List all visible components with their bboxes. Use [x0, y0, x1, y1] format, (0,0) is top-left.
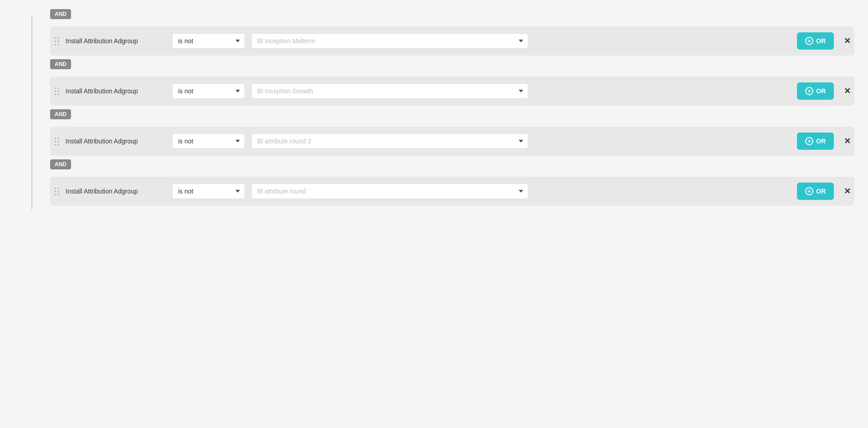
and-badge-2: AND — [50, 59, 71, 69]
or-button-1[interactable]: + OR — [797, 32, 834, 50]
block-right-4: AND Install Attribution Adgroup is not i… — [50, 159, 854, 209]
value-select-1[interactable]: Bl Inception Midterm — [251, 33, 528, 49]
and-badge-3: AND — [50, 109, 71, 119]
and-badge-4: AND — [50, 159, 71, 169]
field-label-1: Install Attribution Adgroup — [66, 37, 166, 45]
or-label-3: OR — [816, 138, 826, 145]
operator-select-1[interactable]: is not is contains — [172, 33, 245, 49]
block-left-2 — [14, 59, 50, 109]
filter-container: AND Install Attribution Adgroup is not i… — [14, 9, 854, 209]
filter-block-4: AND Install Attribution Adgroup is not i… — [14, 159, 854, 209]
drag-handle-2[interactable] — [55, 87, 59, 95]
value-select-4[interactable]: Bl attribute round — [251, 183, 528, 199]
rule-card-2: Install Attribution Adgroup is not is co… — [50, 76, 854, 106]
or-button-3[interactable]: + OR — [797, 132, 834, 150]
drag-handle-4[interactable] — [55, 188, 59, 195]
rule-card-1: Install Attribution Adgroup is not is co… — [50, 26, 854, 56]
operator-select-4[interactable]: is not is contains — [172, 183, 245, 199]
filter-block-3: AND Install Attribution Adgroup is not i… — [14, 109, 854, 159]
block-left-4 — [14, 159, 50, 209]
rule-card-4: Install Attribution Adgroup is not is co… — [50, 177, 854, 206]
plus-circle-2: + — [805, 87, 813, 95]
block-right-3: AND Install Attribution Adgroup is not i… — [50, 109, 854, 159]
or-button-2[interactable]: + OR — [797, 82, 834, 100]
rule-card-3: Install Attribution Adgroup is not is co… — [50, 127, 854, 156]
close-button-2[interactable]: ✕ — [840, 84, 854, 98]
operator-select-2[interactable]: is not is contains — [172, 83, 245, 99]
drag-handle-1[interactable] — [55, 37, 59, 45]
plus-circle-3: + — [805, 137, 813, 145]
and-badge-1: AND — [50, 9, 71, 19]
filter-page: AND Install Attribution Adgroup is not i… — [0, 0, 868, 428]
close-button-1[interactable]: ✕ — [840, 34, 854, 48]
block-right-2: AND Install Attribution Adgroup is not i… — [50, 59, 854, 109]
field-label-4: Install Attribution Adgroup — [66, 188, 166, 195]
plus-circle-1: + — [805, 37, 813, 45]
filter-block-1: AND Install Attribution Adgroup is not i… — [14, 9, 854, 59]
close-button-4[interactable]: ✕ — [840, 184, 854, 198]
value-select-2[interactable]: Bl Inception Growth — [251, 83, 528, 99]
drag-handle-3[interactable] — [55, 138, 59, 145]
or-button-4[interactable]: + OR — [797, 183, 834, 200]
filter-block-2: AND Install Attribution Adgroup is not i… — [14, 59, 854, 109]
or-label-1: OR — [816, 37, 826, 45]
or-label-2: OR — [816, 87, 826, 95]
block-left-1 — [14, 9, 50, 59]
value-select-3[interactable]: Bl attribute round 2 — [251, 133, 528, 149]
block-left-3 — [14, 109, 50, 159]
field-label-2: Install Attribution Adgroup — [66, 87, 166, 95]
close-button-3[interactable]: ✕ — [840, 134, 854, 148]
operator-select-3[interactable]: is not is contains — [172, 133, 245, 149]
plus-circle-4: + — [805, 187, 813, 195]
block-right-1: AND Install Attribution Adgroup is not i… — [50, 9, 854, 59]
or-label-4: OR — [816, 188, 826, 195]
field-label-3: Install Attribution Adgroup — [66, 138, 166, 145]
